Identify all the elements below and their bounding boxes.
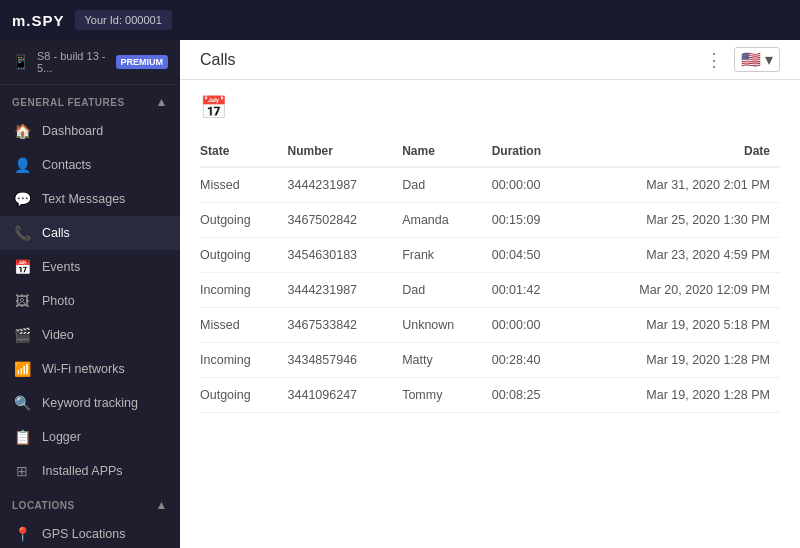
sidebar-item-label: Events xyxy=(42,260,80,274)
main-content: Calls ⋮ 🇺🇸 ▾ 📅 State Number Name xyxy=(180,40,800,548)
cell-name: Matty xyxy=(402,343,492,378)
col-name: Name xyxy=(402,136,492,167)
logger-icon: 📋 xyxy=(12,429,32,445)
table-row: Incoming 3434857946 Matty 00:28:40 Mar 1… xyxy=(200,343,780,378)
cell-number: 3467533842 xyxy=(288,308,403,343)
cell-duration: 00:00:00 xyxy=(492,308,578,343)
calendar-icon: 📅 xyxy=(200,95,227,120)
sidebar-item-label: Video xyxy=(42,328,74,342)
sidebar-item-label: Contacts xyxy=(42,158,91,172)
sidebar-item-label: GPS Locations xyxy=(42,527,125,541)
cell-name: Dad xyxy=(402,273,492,308)
sidebar-item-video[interactable]: 🎬 Video xyxy=(0,318,180,352)
video-icon: 🎬 xyxy=(12,327,32,343)
chevron-icon: ▲ xyxy=(156,95,168,109)
cell-date: Mar 23, 2020 4:59 PM xyxy=(577,238,780,273)
premium-badge: PREMIUM xyxy=(116,55,169,69)
cell-duration: 00:15:09 xyxy=(492,203,578,238)
contacts-icon: 👤 xyxy=(12,157,32,173)
user-id: Your Id: 000001 xyxy=(75,10,172,30)
sidebar-item-label: Keyword tracking xyxy=(42,396,138,410)
cell-duration: 00:28:40 xyxy=(492,343,578,378)
cell-number: 3454630183 xyxy=(288,238,403,273)
cell-state: Missed xyxy=(200,308,288,343)
col-duration: Duration xyxy=(492,136,578,167)
cell-duration: 00:00:00 xyxy=(492,167,578,203)
cell-date: Mar 31, 2020 2:01 PM xyxy=(577,167,780,203)
page-title: Calls xyxy=(200,51,236,69)
table-row: Missed 3444231987 Dad 00:00:00 Mar 31, 2… xyxy=(200,167,780,203)
cell-date: Mar 20, 2020 12:09 PM xyxy=(577,273,780,308)
cell-duration: 00:01:42 xyxy=(492,273,578,308)
cell-state: Outgoing xyxy=(200,238,288,273)
device-icon: 📱 xyxy=(12,54,29,70)
sidebar-item-events[interactable]: 📅 Events xyxy=(0,250,180,284)
sidebar-item-label: Installed APPs xyxy=(42,464,123,478)
photo-icon: 🖼 xyxy=(12,293,32,309)
sidebar: 📱 S8 - build 13 - 5... PREMIUM gENerAL f… xyxy=(0,40,180,548)
content-area: 📅 State Number Name Duration Date Missed… xyxy=(180,80,800,548)
cell-number: 3444231987 xyxy=(288,167,403,203)
calls-icon: 📞 xyxy=(12,225,32,241)
cell-state: Incoming xyxy=(200,343,288,378)
sidebar-item-label: Logger xyxy=(42,430,81,444)
sidebar-item-wifi[interactable]: 📶 Wi-Fi networks xyxy=(0,352,180,386)
cell-name: Unknown xyxy=(402,308,492,343)
more-options-button[interactable]: ⋮ xyxy=(705,49,724,71)
sidebar-item-calls[interactable]: 📞 Calls xyxy=(0,216,180,250)
device-name: S8 - build 13 - 5... xyxy=(37,50,116,74)
cell-name: Dad xyxy=(402,167,492,203)
main-layout: 📱 S8 - build 13 - 5... PREMIUM gENerAL f… xyxy=(0,40,800,548)
chevron-icon: ▲ xyxy=(156,498,168,512)
cell-date: Mar 19, 2020 1:28 PM xyxy=(577,343,780,378)
cell-duration: 00:04:50 xyxy=(492,238,578,273)
language-selector[interactable]: 🇺🇸 ▾ xyxy=(734,47,780,72)
logo: m.SPY xyxy=(12,12,65,29)
sidebar-item-label: Wi-Fi networks xyxy=(42,362,125,376)
col-number: Number xyxy=(288,136,403,167)
table-row: Outgoing 3454630183 Frank 00:04:50 Mar 2… xyxy=(200,238,780,273)
sidebar-item-label: Calls xyxy=(42,226,70,240)
events-icon: 📅 xyxy=(12,259,32,275)
sidebar-item-keyword-tracking[interactable]: 🔍 Keyword tracking xyxy=(0,386,180,420)
sidebar-item-logger[interactable]: 📋 Logger xyxy=(0,420,180,454)
text-messages-icon: 💬 xyxy=(12,191,32,207)
flag-icon: 🇺🇸 xyxy=(741,50,761,69)
calls-table: State Number Name Duration Date Missed 3… xyxy=(200,136,780,413)
sidebar-item-contacts[interactable]: 👤 Contacts xyxy=(0,148,180,182)
apps-icon: ⊞ xyxy=(12,463,32,479)
calendar-icon-row: 📅 xyxy=(200,95,780,121)
cell-number: 3467502842 xyxy=(288,203,403,238)
col-date: Date xyxy=(577,136,780,167)
cell-date: Mar 25, 2020 1:30 PM xyxy=(577,203,780,238)
header-actions: ⋮ 🇺🇸 ▾ xyxy=(705,47,780,72)
cell-name: Amanda xyxy=(402,203,492,238)
locations-header: LOCATIONS ▲ xyxy=(0,488,180,517)
cell-date: Mar 19, 2020 1:28 PM xyxy=(577,378,780,413)
table-header-row: State Number Name Duration Date xyxy=(200,136,780,167)
cell-date: Mar 19, 2020 5:18 PM xyxy=(577,308,780,343)
cell-number: 3434857946 xyxy=(288,343,403,378)
cell-name: Tommy xyxy=(402,378,492,413)
cell-number: 3441096247 xyxy=(288,378,403,413)
topbar: m.SPY Your Id: 000001 xyxy=(0,0,800,40)
device-row: 📱 S8 - build 13 - 5... PREMIUM xyxy=(0,40,180,85)
cell-number: 3444231987 xyxy=(288,273,403,308)
cell-state: Missed xyxy=(200,167,288,203)
sidebar-item-label: Text Messages xyxy=(42,192,125,206)
general-features-header: gENerAL features ▲ xyxy=(0,85,180,114)
table-row: Outgoing 3467502842 Amanda 00:15:09 Mar … xyxy=(200,203,780,238)
sidebar-item-photo[interactable]: 🖼 Photo xyxy=(0,284,180,318)
cell-duration: 00:08:25 xyxy=(492,378,578,413)
table-row: Incoming 3444231987 Dad 00:01:42 Mar 20,… xyxy=(200,273,780,308)
sidebar-item-dashboard[interactable]: 🏠 Dashboard xyxy=(0,114,180,148)
sidebar-item-text-messages[interactable]: 💬 Text Messages xyxy=(0,182,180,216)
cell-state: Incoming xyxy=(200,273,288,308)
dashboard-icon: 🏠 xyxy=(12,123,32,139)
col-state: State xyxy=(200,136,288,167)
cell-state: Outgoing xyxy=(200,378,288,413)
cell-state: Outgoing xyxy=(200,203,288,238)
sidebar-item-label: Photo xyxy=(42,294,75,308)
sidebar-item-gps[interactable]: 📍 GPS Locations xyxy=(0,517,180,548)
sidebar-item-installed-apps[interactable]: ⊞ Installed APPs xyxy=(0,454,180,488)
